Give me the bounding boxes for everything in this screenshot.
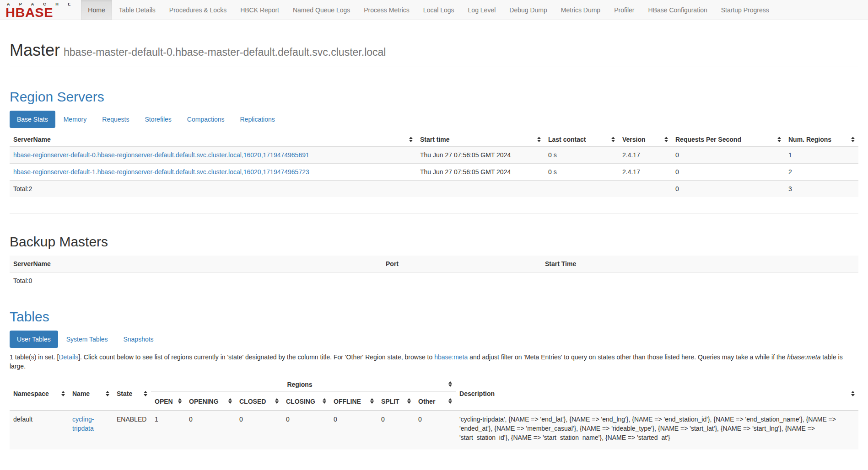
- column-header-opening[interactable]: OPENING: [185, 391, 236, 411]
- sort-icon[interactable]: [448, 398, 453, 404]
- column-header-version[interactable]: Version: [619, 133, 672, 147]
- details-link[interactable]: Details: [59, 353, 78, 361]
- column-label: Start time: [420, 136, 450, 143]
- column-header-other[interactable]: Other: [415, 391, 456, 411]
- column-header-start-time: Start Time: [541, 256, 858, 272]
- column-label: SPLIT: [381, 398, 399, 405]
- column-header-requests-per-second[interactable]: Requests Per Second: [672, 133, 785, 147]
- sort-icon[interactable]: [409, 137, 413, 142]
- nav-item-home[interactable]: Home: [81, 0, 112, 20]
- column-header-servername[interactable]: ServerName: [10, 133, 416, 147]
- sort-icon[interactable]: [61, 391, 65, 396]
- sort-icon[interactable]: [664, 137, 669, 142]
- offline-count-cell: 0: [330, 411, 377, 449]
- sort-icon[interactable]: [178, 398, 182, 404]
- closing-count-cell: 0: [282, 411, 330, 449]
- nav-menu: Home Table Details Procedures & Locks HB…: [81, 0, 776, 20]
- column-group-regions[interactable]: Regions: [151, 377, 456, 391]
- nav-item-procedures-locks[interactable]: Procedures & Locks: [162, 0, 233, 20]
- last-contact-cell: 0 s: [545, 146, 619, 163]
- nav-item-metrics-dump[interactable]: Metrics Dump: [554, 0, 607, 20]
- state-cell: ENABLED: [113, 411, 151, 449]
- open-count-link[interactable]: 1: [155, 416, 158, 423]
- regionserver-link[interactable]: hbase-regionserver-default-1.hbase-regio…: [13, 168, 309, 176]
- num-regions-cell: 2: [785, 163, 858, 180]
- tab-replications[interactable]: Replications: [232, 111, 282, 128]
- hbase-meta-link[interactable]: hbase:meta: [434, 353, 468, 361]
- sort-icon[interactable]: [323, 398, 327, 404]
- tab-snapshots[interactable]: Snapshots: [116, 331, 161, 348]
- column-header-namespace[interactable]: Namespace: [10, 377, 69, 411]
- sort-icon[interactable]: [275, 398, 279, 404]
- sort-icon[interactable]: [851, 137, 855, 142]
- nav-item-hbase-configuration[interactable]: HBase Configuration: [642, 0, 714, 20]
- column-label: OPEN: [155, 398, 173, 405]
- column-header-last-contact[interactable]: Last contact: [545, 133, 619, 147]
- column-header-port: Port: [382, 256, 541, 272]
- master-hostname: hbase-master-default-0.hbase-master-defa…: [64, 46, 386, 58]
- regionserver-link[interactable]: hbase-regionserver-default-0.hbase-regio…: [13, 151, 309, 159]
- start-time-cell: Thu Jun 27 07:56:05 GMT 2024: [416, 146, 545, 163]
- tab-user-tables[interactable]: User Tables: [10, 331, 58, 348]
- total-row: Total:0: [10, 272, 858, 289]
- version-cell: 2.4.17: [619, 163, 672, 180]
- num-regions-cell: 1: [785, 146, 858, 163]
- note-text: ]. Click count below to see list of regi…: [78, 353, 434, 361]
- tab-memory[interactable]: Memory: [56, 111, 94, 128]
- total-row: Total:2 0 3: [10, 180, 858, 197]
- empty-cell: [416, 180, 545, 197]
- column-label: Namespace: [13, 390, 49, 397]
- section-divider: [10, 214, 858, 214]
- nav-item-hbck-report[interactable]: HBCK Report: [233, 0, 286, 20]
- sort-icon[interactable]: [851, 391, 855, 396]
- column-header-closed[interactable]: CLOSED: [236, 391, 282, 411]
- column-header-name[interactable]: Name: [69, 377, 113, 411]
- total-requests-per-second: 0: [672, 180, 785, 197]
- column-header-split[interactable]: SPLIT: [377, 391, 415, 411]
- hbase-logo[interactable]: A P A C H E HBASE: [0, 0, 81, 20]
- tab-storefiles[interactable]: Storefiles: [137, 111, 178, 128]
- backup-masters-table: ServerName Port Start Time Total:0: [10, 256, 858, 289]
- column-header-offline[interactable]: OFFLINE: [330, 391, 377, 411]
- nav-item-startup-progress[interactable]: Startup Progress: [714, 0, 776, 20]
- region-servers-header-row: ServerName Start time Last contact Versi…: [10, 133, 858, 147]
- nav-item-profiler[interactable]: Profiler: [607, 0, 641, 20]
- table-name-link[interactable]: cycling-tripdata: [72, 416, 94, 432]
- empty-cell: [619, 180, 672, 197]
- tab-requests[interactable]: Requests: [95, 111, 136, 128]
- column-label: CLOSING: [286, 398, 315, 405]
- nav-item-named-queue-logs[interactable]: Named Queue Logs: [286, 0, 357, 20]
- nav-item-log-level[interactable]: Log Level: [461, 0, 503, 20]
- sort-icon[interactable]: [777, 137, 782, 142]
- column-header-description[interactable]: Description: [456, 377, 858, 411]
- tab-base-stats[interactable]: Base Stats: [10, 111, 55, 128]
- nav-item-table-details[interactable]: Table Details: [112, 0, 162, 20]
- tab-system-tables[interactable]: System Tables: [59, 331, 115, 348]
- sort-icon[interactable]: [537, 137, 541, 142]
- column-header-open[interactable]: OPEN: [151, 391, 185, 411]
- column-label: Regions: [287, 381, 312, 388]
- sort-icon[interactable]: [611, 137, 615, 142]
- requests-per-second-cell: 0: [672, 163, 785, 180]
- sort-icon[interactable]: [407, 398, 411, 404]
- column-header-state[interactable]: State: [113, 377, 151, 411]
- nav-item-process-metrics[interactable]: Process Metrics: [357, 0, 416, 20]
- sort-icon[interactable]: [448, 381, 453, 387]
- sort-icon[interactable]: [144, 391, 148, 396]
- column-header-closing[interactable]: CLOSING: [282, 391, 330, 411]
- sort-icon[interactable]: [370, 398, 374, 404]
- column-header-num-regions[interactable]: Num. Regions: [785, 133, 858, 147]
- logo-hbase-text: HBASE: [5, 6, 75, 18]
- backup-masters-heading: Backup Masters: [10, 234, 858, 249]
- tab-compactions[interactable]: Compactions: [180, 111, 232, 128]
- column-header-start-time[interactable]: Start time: [416, 133, 545, 147]
- total-label: Total:2: [10, 180, 416, 197]
- sort-icon[interactable]: [106, 391, 110, 396]
- column-label: Num. Regions: [788, 136, 831, 143]
- tables-tabs: User Tables System Tables Snapshots: [10, 331, 858, 348]
- column-label: Version: [622, 136, 646, 143]
- closed-count-cell: 0: [236, 411, 282, 449]
- sort-icon[interactable]: [228, 398, 232, 404]
- nav-item-debug-dump[interactable]: Debug Dump: [502, 0, 554, 20]
- nav-item-local-logs[interactable]: Local Logs: [416, 0, 461, 20]
